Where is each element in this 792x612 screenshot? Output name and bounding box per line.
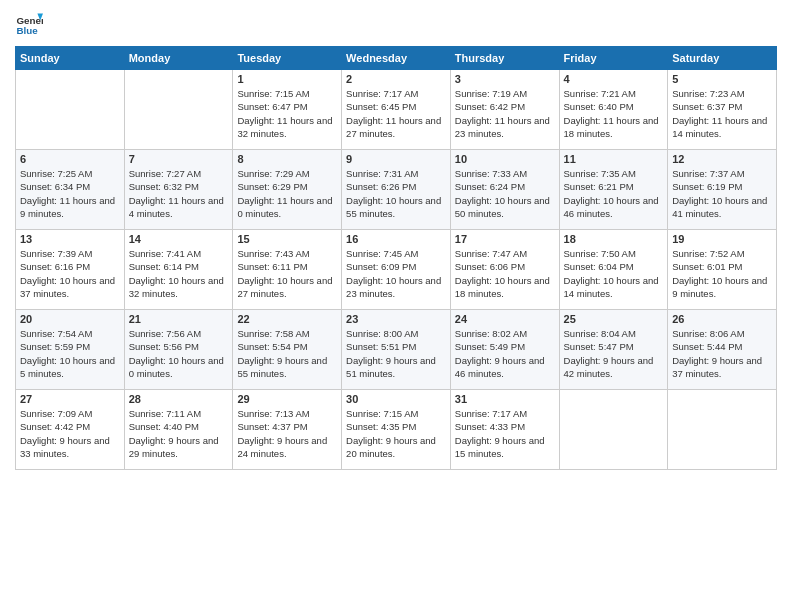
- calendar-cell: 1Sunrise: 7:15 AM Sunset: 6:47 PM Daylig…: [233, 70, 342, 150]
- day-number: 5: [672, 73, 772, 85]
- day-number: 30: [346, 393, 446, 405]
- calendar-cell: 15Sunrise: 7:43 AM Sunset: 6:11 PM Dayli…: [233, 230, 342, 310]
- calendar-cell: 7Sunrise: 7:27 AM Sunset: 6:32 PM Daylig…: [124, 150, 233, 230]
- day-info: Sunrise: 7:43 AM Sunset: 6:11 PM Dayligh…: [237, 247, 337, 300]
- day-number: 8: [237, 153, 337, 165]
- day-info: Sunrise: 7:27 AM Sunset: 6:32 PM Dayligh…: [129, 167, 229, 220]
- calendar-cell: 19Sunrise: 7:52 AM Sunset: 6:01 PM Dayli…: [668, 230, 777, 310]
- day-info: Sunrise: 7:31 AM Sunset: 6:26 PM Dayligh…: [346, 167, 446, 220]
- day-info: Sunrise: 7:19 AM Sunset: 6:42 PM Dayligh…: [455, 87, 555, 140]
- calendar-cell: [559, 390, 668, 470]
- day-info: Sunrise: 7:37 AM Sunset: 6:19 PM Dayligh…: [672, 167, 772, 220]
- day-info: Sunrise: 7:33 AM Sunset: 6:24 PM Dayligh…: [455, 167, 555, 220]
- calendar-cell: 2Sunrise: 7:17 AM Sunset: 6:45 PM Daylig…: [342, 70, 451, 150]
- day-info: Sunrise: 7:56 AM Sunset: 5:56 PM Dayligh…: [129, 327, 229, 380]
- week-row-4: 20Sunrise: 7:54 AM Sunset: 5:59 PM Dayli…: [16, 310, 777, 390]
- day-number: 24: [455, 313, 555, 325]
- day-info: Sunrise: 7:41 AM Sunset: 6:14 PM Dayligh…: [129, 247, 229, 300]
- day-number: 31: [455, 393, 555, 405]
- weekday-header-tuesday: Tuesday: [233, 47, 342, 70]
- day-info: Sunrise: 7:17 AM Sunset: 6:45 PM Dayligh…: [346, 87, 446, 140]
- day-info: Sunrise: 8:04 AM Sunset: 5:47 PM Dayligh…: [564, 327, 664, 380]
- day-number: 12: [672, 153, 772, 165]
- calendar-cell: 18Sunrise: 7:50 AM Sunset: 6:04 PM Dayli…: [559, 230, 668, 310]
- day-number: 26: [672, 313, 772, 325]
- calendar-cell: 11Sunrise: 7:35 AM Sunset: 6:21 PM Dayli…: [559, 150, 668, 230]
- day-number: 7: [129, 153, 229, 165]
- day-info: Sunrise: 7:17 AM Sunset: 4:33 PM Dayligh…: [455, 407, 555, 460]
- day-number: 29: [237, 393, 337, 405]
- calendar-cell: 21Sunrise: 7:56 AM Sunset: 5:56 PM Dayli…: [124, 310, 233, 390]
- day-info: Sunrise: 7:13 AM Sunset: 4:37 PM Dayligh…: [237, 407, 337, 460]
- weekday-header-monday: Monday: [124, 47, 233, 70]
- calendar-cell: [16, 70, 125, 150]
- week-row-1: 1Sunrise: 7:15 AM Sunset: 6:47 PM Daylig…: [16, 70, 777, 150]
- day-info: Sunrise: 7:35 AM Sunset: 6:21 PM Dayligh…: [564, 167, 664, 220]
- day-info: Sunrise: 7:54 AM Sunset: 5:59 PM Dayligh…: [20, 327, 120, 380]
- day-number: 1: [237, 73, 337, 85]
- calendar-cell: 20Sunrise: 7:54 AM Sunset: 5:59 PM Dayli…: [16, 310, 125, 390]
- day-number: 6: [20, 153, 120, 165]
- day-info: Sunrise: 7:52 AM Sunset: 6:01 PM Dayligh…: [672, 247, 772, 300]
- day-info: Sunrise: 7:50 AM Sunset: 6:04 PM Dayligh…: [564, 247, 664, 300]
- day-number: 14: [129, 233, 229, 245]
- svg-text:Blue: Blue: [16, 25, 38, 36]
- calendar-cell: 17Sunrise: 7:47 AM Sunset: 6:06 PM Dayli…: [450, 230, 559, 310]
- day-number: 23: [346, 313, 446, 325]
- calendar-cell: 22Sunrise: 7:58 AM Sunset: 5:54 PM Dayli…: [233, 310, 342, 390]
- calendar-cell: 4Sunrise: 7:21 AM Sunset: 6:40 PM Daylig…: [559, 70, 668, 150]
- day-number: 20: [20, 313, 120, 325]
- day-number: 21: [129, 313, 229, 325]
- day-info: Sunrise: 8:06 AM Sunset: 5:44 PM Dayligh…: [672, 327, 772, 380]
- day-info: Sunrise: 7:45 AM Sunset: 6:09 PM Dayligh…: [346, 247, 446, 300]
- calendar-cell: 28Sunrise: 7:11 AM Sunset: 4:40 PM Dayli…: [124, 390, 233, 470]
- calendar-cell: 8Sunrise: 7:29 AM Sunset: 6:29 PM Daylig…: [233, 150, 342, 230]
- calendar-cell: 10Sunrise: 7:33 AM Sunset: 6:24 PM Dayli…: [450, 150, 559, 230]
- calendar-cell: 31Sunrise: 7:17 AM Sunset: 4:33 PM Dayli…: [450, 390, 559, 470]
- day-info: Sunrise: 7:21 AM Sunset: 6:40 PM Dayligh…: [564, 87, 664, 140]
- calendar-cell: 27Sunrise: 7:09 AM Sunset: 4:42 PM Dayli…: [16, 390, 125, 470]
- calendar-cell: 6Sunrise: 7:25 AM Sunset: 6:34 PM Daylig…: [16, 150, 125, 230]
- day-number: 22: [237, 313, 337, 325]
- calendar-cell: 25Sunrise: 8:04 AM Sunset: 5:47 PM Dayli…: [559, 310, 668, 390]
- day-info: Sunrise: 7:25 AM Sunset: 6:34 PM Dayligh…: [20, 167, 120, 220]
- weekday-header-row: SundayMondayTuesdayWednesdayThursdayFrid…: [16, 47, 777, 70]
- day-number: 17: [455, 233, 555, 245]
- day-number: 25: [564, 313, 664, 325]
- day-number: 4: [564, 73, 664, 85]
- logo: General Blue: [15, 10, 47, 38]
- calendar-cell: 14Sunrise: 7:41 AM Sunset: 6:14 PM Dayli…: [124, 230, 233, 310]
- calendar-cell: 23Sunrise: 8:00 AM Sunset: 5:51 PM Dayli…: [342, 310, 451, 390]
- day-number: 28: [129, 393, 229, 405]
- day-info: Sunrise: 7:11 AM Sunset: 4:40 PM Dayligh…: [129, 407, 229, 460]
- day-info: Sunrise: 7:15 AM Sunset: 4:35 PM Dayligh…: [346, 407, 446, 460]
- calendar-cell: [668, 390, 777, 470]
- day-number: 9: [346, 153, 446, 165]
- calendar-cell: 24Sunrise: 8:02 AM Sunset: 5:49 PM Dayli…: [450, 310, 559, 390]
- week-row-5: 27Sunrise: 7:09 AM Sunset: 4:42 PM Dayli…: [16, 390, 777, 470]
- logo-icon: General Blue: [15, 10, 43, 38]
- calendar-cell: 5Sunrise: 7:23 AM Sunset: 6:37 PM Daylig…: [668, 70, 777, 150]
- day-number: 27: [20, 393, 120, 405]
- week-row-3: 13Sunrise: 7:39 AM Sunset: 6:16 PM Dayli…: [16, 230, 777, 310]
- day-info: Sunrise: 7:29 AM Sunset: 6:29 PM Dayligh…: [237, 167, 337, 220]
- day-number: 19: [672, 233, 772, 245]
- weekday-header-thursday: Thursday: [450, 47, 559, 70]
- calendar-cell: 12Sunrise: 7:37 AM Sunset: 6:19 PM Dayli…: [668, 150, 777, 230]
- weekday-header-wednesday: Wednesday: [342, 47, 451, 70]
- weekday-header-sunday: Sunday: [16, 47, 125, 70]
- day-info: Sunrise: 8:02 AM Sunset: 5:49 PM Dayligh…: [455, 327, 555, 380]
- calendar-cell: 26Sunrise: 8:06 AM Sunset: 5:44 PM Dayli…: [668, 310, 777, 390]
- day-number: 18: [564, 233, 664, 245]
- day-number: 11: [564, 153, 664, 165]
- calendar-cell: 3Sunrise: 7:19 AM Sunset: 6:42 PM Daylig…: [450, 70, 559, 150]
- day-number: 10: [455, 153, 555, 165]
- day-number: 2: [346, 73, 446, 85]
- day-info: Sunrise: 8:00 AM Sunset: 5:51 PM Dayligh…: [346, 327, 446, 380]
- weekday-header-saturday: Saturday: [668, 47, 777, 70]
- day-number: 13: [20, 233, 120, 245]
- calendar-cell: 29Sunrise: 7:13 AM Sunset: 4:37 PM Dayli…: [233, 390, 342, 470]
- day-info: Sunrise: 7:39 AM Sunset: 6:16 PM Dayligh…: [20, 247, 120, 300]
- calendar-cell: 16Sunrise: 7:45 AM Sunset: 6:09 PM Dayli…: [342, 230, 451, 310]
- day-number: 16: [346, 233, 446, 245]
